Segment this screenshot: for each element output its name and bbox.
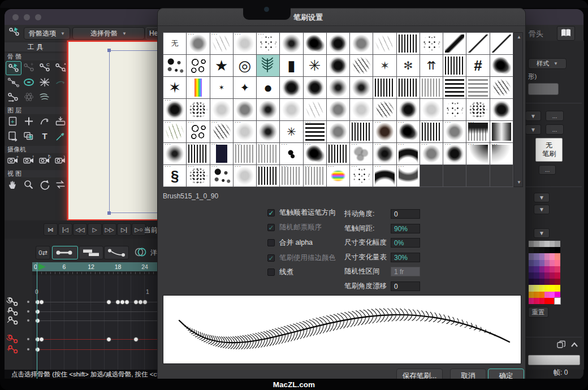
field-input[interactable]: 0% [391,238,420,248]
palette-swatch[interactable] [539,292,544,298]
channel-ch-rotate-icon[interactable] [6,333,20,345]
palette-swatch[interactable] [529,260,534,266]
brush-cell[interactable] [443,33,466,54]
brush-cell[interactable] [420,99,443,120]
channel-bullet[interactable] [27,348,29,350]
brush-cell[interactable]: ··· [420,143,443,164]
channel-bullet[interactable] [27,310,29,313]
brush-cell[interactable]: ··· [350,143,373,164]
brush-cell[interactable] [234,99,256,120]
brush-cell[interactable]: ● [257,77,279,98]
color-swatch-button[interactable] [528,83,559,95]
palette-swatch[interactable] [534,241,539,247]
brush-cell[interactable] [257,99,279,120]
brush-cell[interactable] [163,55,186,76]
brush-cell[interactable]: ··· [234,143,256,164]
palette-swatch[interactable] [555,285,560,291]
palette-swatch[interactable] [529,272,534,279]
brush-cell[interactable]: ✳ [280,121,302,142]
palette-swatch[interactable] [534,253,539,259]
brush-cell[interactable] [443,55,466,76]
brush-cell[interactable] [443,99,466,120]
select-bone-dropdown[interactable]: 选择骨骼▼ [72,27,145,40]
keyframe-dot[interactable] [35,347,40,352]
brush-cell[interactable]: ··· [187,143,209,164]
traffic-zoom-icon[interactable] [35,14,41,20]
palette-swatch[interactable] [534,266,539,272]
tool-bone-chain[interactable] [6,76,20,89]
brush-cell[interactable] [420,33,443,54]
brush-cell[interactable]: ··· [350,121,373,142]
brush-cell[interactable]: ··· [443,143,466,164]
brush-cell[interactable]: ··· [280,143,302,164]
palette-swatch[interactable] [529,292,534,298]
brush-cell[interactable]: ✦ [234,77,256,98]
brush-cell[interactable]: ✶ [210,77,233,98]
brush-cell[interactable]: ··· [257,165,279,187]
brush-cell[interactable] [490,121,513,142]
brush-cell[interactable] [327,33,349,54]
brush-cell[interactable]: ··· [373,165,396,187]
palette-swatch[interactable] [529,253,534,259]
brush-cell[interactable] [350,33,373,54]
brush-cell[interactable]: ··· [187,33,209,54]
palette-swatch[interactable] [529,285,534,291]
tool-cam-plus[interactable]: + [6,154,20,167]
brush-cell[interactable] [187,99,209,120]
playback-play-button[interactable]: ▷ [88,223,102,236]
palette-swatch[interactable] [534,272,539,279]
palette-swatch[interactable] [539,298,544,304]
palette-swatch[interactable] [550,279,555,285]
brush-cell[interactable] [490,99,513,120]
palette-swatch[interactable] [539,260,544,266]
palette-swatch[interactable] [550,247,555,253]
brush-cell-selected[interactable] [257,55,279,76]
brush-cell[interactable] [466,33,489,54]
palette-swatch[interactable] [544,241,550,247]
brush-cell[interactable]: ··· [327,165,349,187]
tool-bone-corner[interactable] [6,90,20,103]
brush-cell-none[interactable]: 无 [163,33,186,54]
timeline-mode-keys-button[interactable] [52,246,78,259]
brush-cell[interactable] [420,77,443,98]
brush-cell[interactable]: ··· [304,165,326,187]
palette-swatch[interactable] [544,266,550,272]
reset-button[interactable]: 重置 [528,307,548,318]
brush-cell[interactable]: ··· [397,165,420,187]
tool-cam-up[interactable]: ↑ [21,154,36,167]
palette-swatch[interactable] [555,272,560,279]
brush-cell[interactable] [280,99,302,120]
brush-cell[interactable]: ··· [280,165,302,187]
palette-swatch[interactable] [529,279,534,285]
palette-swatch[interactable] [544,253,550,259]
style-dropdown[interactable]: 样式▼ [528,58,567,69]
brush-cell[interactable]: ✳ [304,55,326,76]
brush-cell[interactable]: ··· [397,143,420,164]
palette-swatch[interactable] [555,266,560,272]
brush-grid-scrollbar[interactable]: ▲ ▼ [513,32,523,187]
brush-cell[interactable]: ··· [187,121,209,142]
brush-cell[interactable]: ··· [210,121,233,142]
checkbox-4[interactable]: ✓ [267,254,275,262]
tool-zoom[interactable] [21,178,36,191]
tool-wind[interactable] [37,90,52,103]
brush-cell[interactable]: ··· [163,143,186,164]
tool-layer-down[interactable] [53,115,68,128]
palette-swatch[interactable] [534,247,539,253]
brush-cell[interactable] [304,33,326,54]
tool-eyedropper[interactable] [53,129,68,142]
brush-cell[interactable]: ⇈ [420,55,443,76]
brush-cell[interactable] [490,55,513,76]
brush-cell[interactable]: ··· [163,121,186,142]
channel-bullet[interactable] [27,301,29,303]
palette-swatch[interactable] [544,292,550,298]
palette-swatch[interactable] [534,260,539,266]
palette-swatch[interactable] [529,298,534,304]
dialog-titlebar[interactable]: 笔刷设置 [158,8,525,26]
brush-cell[interactable] [327,55,349,76]
brush-cell[interactable]: ▮ [280,55,302,76]
field-input[interactable]: 0 [391,209,420,219]
keyframe-dot[interactable] [142,300,148,305]
tool-plus[interactable] [21,115,36,128]
palette-swatch[interactable] [534,298,539,304]
